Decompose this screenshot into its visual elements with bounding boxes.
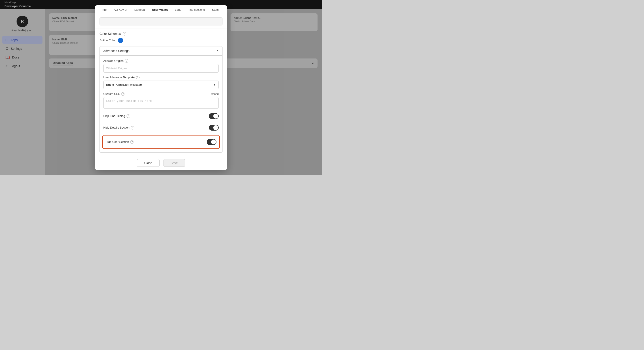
toggle-knob <box>213 114 218 119</box>
hide-details-section-row: Hide Details Section ? <box>103 123 219 132</box>
advanced-settings-accordion: Advanced Settings ∧ Allowed Origins ? <box>100 46 222 153</box>
color-schemes-label: Color Schemes <box>100 32 121 35</box>
modal: Info Api Key(s) Lambda User Wallet Logs … <box>95 5 227 170</box>
hide-user-section-row: Hide User Section ? <box>106 138 216 146</box>
color-swatch[interactable] <box>118 38 123 43</box>
allowed-origins-group: Allowed Origins ? <box>103 59 219 73</box>
modal-body: ... Color Schemes ? Button Color Advance… <box>95 14 227 156</box>
color-schemes-row: Color Schemes ? <box>95 29 227 37</box>
custom-css-help-icon[interactable]: ? <box>122 92 125 96</box>
user-message-label-row: User Message Template ? <box>103 76 219 79</box>
hide-details-help-icon[interactable]: ? <box>131 126 134 130</box>
tab-user-wallet[interactable]: User Wallet <box>149 5 171 14</box>
allowed-origins-label-row: Allowed Origins ? <box>103 59 219 63</box>
close-button[interactable]: Close <box>137 159 160 167</box>
expand-link[interactable]: Expand <box>210 92 219 96</box>
hide-user-section-help-icon[interactable]: ? <box>130 140 134 144</box>
skip-final-dialog-row: Skip Final Dialog ? <box>103 112 219 120</box>
hide-user-section-highlighted: Hide User Section ? <box>102 135 220 149</box>
custom-css-label: Custom CSS <box>103 92 120 96</box>
modal-overlay: Info Api Key(s) Lambda User Wallet Logs … <box>0 0 322 175</box>
modal-tabs: Info Api Key(s) Lambda User Wallet Logs … <box>95 5 227 14</box>
tab-lambda[interactable]: Lambda <box>131 5 148 14</box>
user-message-help-icon[interactable]: ? <box>136 76 140 79</box>
save-button[interactable]: Save <box>163 159 185 167</box>
custom-css-header: Custom CSS ? Expand <box>103 92 219 96</box>
modal-footer: Close Save <box>95 156 227 170</box>
skip-final-dialog-toggle[interactable] <box>209 113 219 119</box>
tab-transactions[interactable]: Transactions <box>185 5 208 14</box>
hide-details-label: Hide Details Section <box>103 126 130 129</box>
skip-final-dialog-help-icon[interactable]: ? <box>126 114 130 118</box>
hide-details-toggle[interactable] <box>209 125 219 131</box>
tab-stats[interactable]: Stats <box>209 5 222 14</box>
custom-css-group: Custom CSS ? Expand <box>103 92 219 109</box>
hide-user-section-label: Hide User Section <box>106 140 129 144</box>
button-color-row: Button Color <box>95 37 227 46</box>
scroll-top-area: ... <box>95 14 227 29</box>
allowed-origins-input[interactable] <box>103 64 219 73</box>
button-color-label: Button Color <box>100 39 116 42</box>
hide-user-section-toggle[interactable] <box>206 139 216 145</box>
accordion-header[interactable]: Advanced Settings ∧ <box>100 46 222 55</box>
accordion-title: Advanced Settings <box>103 49 130 53</box>
tab-info[interactable]: Info <box>98 5 110 14</box>
user-message-select[interactable]: Brand Permission Message Default Message… <box>103 81 219 89</box>
allowed-origins-label: Allowed Origins <box>103 59 124 62</box>
tab-logs[interactable]: Logs <box>172 5 184 14</box>
skip-final-dialog-label: Skip Final Dialog <box>103 114 125 118</box>
tab-api-keys[interactable]: Api Key(s) <box>111 5 130 14</box>
color-schemes-help-icon[interactable]: ? <box>123 32 126 35</box>
user-message-template-group: User Message Template ? Brand Permission… <box>103 76 219 89</box>
accordion-body: Allowed Origins ? User Message Template … <box>100 55 222 153</box>
scroll-placeholder: ... <box>100 17 222 25</box>
allowed-origins-help-icon[interactable]: ? <box>125 59 128 63</box>
user-message-select-wrapper: Brand Permission Message Default Message… <box>103 81 219 89</box>
user-message-label: User Message Template <box>103 76 134 79</box>
chevron-up-icon: ∧ <box>216 49 219 53</box>
custom-css-textarea[interactable] <box>103 97 219 109</box>
